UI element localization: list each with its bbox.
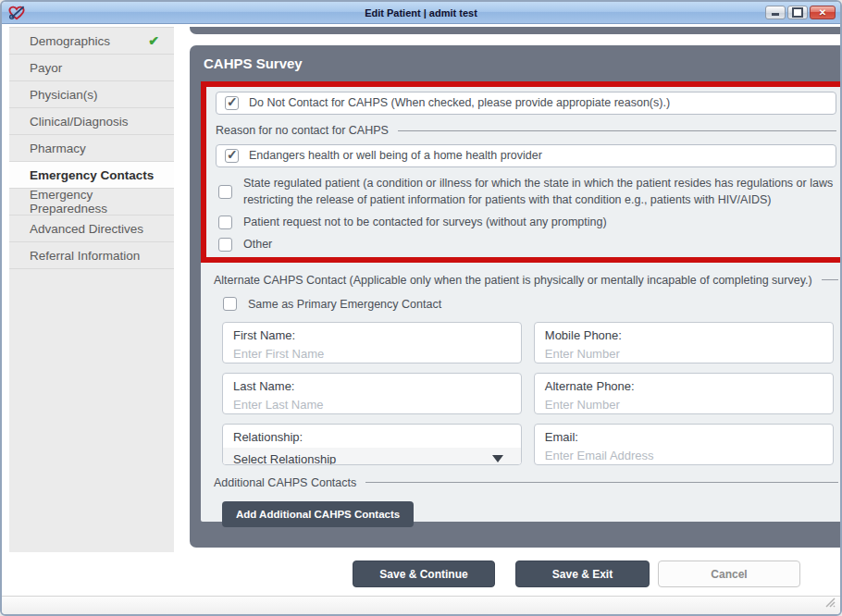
last-name-field: Last Name: (222, 373, 522, 414)
alternate-phone-label: Alternate Phone: (545, 379, 823, 393)
reason-state-regulated-checkbox[interactable] (218, 185, 232, 199)
first-name-label: First Name: (233, 328, 511, 342)
sidebar-item-label: Advanced Directives (30, 222, 143, 236)
same-as-primary-label: Same as Primary Emergency Contact (248, 296, 441, 313)
sidebar-item-label: Emergency Preparedness (30, 188, 174, 216)
reason-other-checkbox[interactable] (218, 238, 232, 252)
sidebar-item-label: Emergency Contacts (30, 168, 154, 182)
relationship-selected-value: Select Relationship (233, 452, 336, 465)
additional-heading-label: Additional CAHPS Contacts (214, 476, 356, 489)
heading-rule (822, 279, 838, 280)
last-name-label: Last Name: (233, 379, 511, 393)
relationship-label: Relationship: (233, 430, 511, 444)
first-name-field: First Name: (222, 322, 522, 363)
reason-state-regulated-row[interactable]: State regulated patient (a condition or … (216, 175, 836, 208)
do-not-contact-label: Do Not Contact for CAHPS (When checked, … (249, 94, 670, 111)
main-area: CAHPS Survey Do Not Contact for CAHPS (W… (174, 24, 840, 552)
reason-patient-request-checkbox[interactable] (218, 216, 232, 229)
sidebar-item-advanced-directives[interactable]: Advanced Directives (9, 216, 174, 242)
email-input[interactable] (545, 449, 823, 462)
resize-grip-icon[interactable] (824, 595, 836, 611)
edit-patient-dialog: Edit Patient | admit test Demographics ✔… (0, 0, 842, 616)
app-logo-heart-icon (6, 4, 29, 22)
sidebar-item-clinical-diagnosis[interactable]: Clinical/Diagnosis (9, 108, 174, 135)
do-not-contact-checkbox-row[interactable]: Do Not Contact for CAHPS (When checked, … (216, 92, 836, 115)
alternate-section-heading: Alternate CAHPS Contact (Applicable only… (214, 274, 838, 287)
sidebar-item-pharmacy[interactable]: Pharmacy (9, 135, 174, 162)
reason-section-heading: Reason for no contact for CAHPS (216, 124, 836, 137)
footer-actions: Save & Continue Save & Exit Cancel (2, 552, 840, 596)
cancel-button[interactable]: Cancel (658, 561, 800, 587)
status-strip (2, 596, 840, 614)
additional-section-heading: Additional CAHPS Contacts (214, 476, 838, 489)
first-name-input[interactable] (233, 347, 511, 361)
add-additional-cahps-contacts-button[interactable]: Add Additional CAHPS Contacts (222, 501, 414, 527)
sidebar-item-referral-information[interactable]: Referral Information (9, 242, 174, 269)
alternate-phone-field: Alternate Phone: (534, 373, 834, 414)
relationship-select[interactable]: Select Relationship (223, 448, 521, 465)
titlebar: Edit Patient | admit test (2, 2, 840, 24)
alternate-heading-label: Alternate CAHPS Contact (Applicable only… (214, 274, 812, 287)
close-button[interactable] (810, 6, 836, 19)
same-as-primary-row[interactable]: Same as Primary Emergency Contact (220, 296, 838, 313)
alternate-phone-input[interactable] (545, 398, 823, 412)
reason-other-label: Other (243, 236, 272, 253)
sidebar-item-label: Pharmacy (30, 142, 86, 155)
chevron-down-icon (492, 455, 503, 462)
maximize-button[interactable] (787, 6, 808, 19)
sidebar-item-label: Payor (30, 61, 62, 75)
sidebar-item-label: Physician(s) (30, 88, 98, 102)
reason-patient-request-label: Patient request not to be contacted for … (243, 214, 607, 230)
heading-rule (398, 130, 836, 131)
mobile-phone-input[interactable] (545, 347, 823, 361)
reason-other-row[interactable]: Other (216, 236, 836, 253)
sidebar-item-emergency-contacts[interactable]: Emergency Contacts (9, 162, 174, 189)
email-label: Email: (545, 430, 823, 444)
same-as-primary-checkbox[interactable] (223, 297, 237, 311)
sidebar-item-emergency-preparedness[interactable]: Emergency Preparedness (9, 189, 174, 216)
save-and-exit-button[interactable]: Save & Exit (515, 561, 650, 587)
reason-patient-request-row[interactable]: Patient request not to be contacted for … (216, 214, 836, 230)
alternate-contact-fields: First Name: Mobile Phone: Last Name: (222, 322, 834, 465)
relationship-field: Relationship: Select Relationship (222, 424, 522, 465)
reason-heading-label: Reason for no contact for CAHPS (216, 124, 389, 137)
sidebar-item-label: Demographics (30, 34, 110, 48)
dialog-body: Demographics ✔ Payor Physician(s) Clinic… (2, 24, 840, 552)
mobile-phone-field: Mobile Phone: (534, 322, 834, 363)
highlight-red-box: Do Not Contact for CAHPS (When checked, … (201, 81, 840, 263)
heading-rule (365, 482, 837, 483)
sidebar-item-payor[interactable]: Payor (9, 55, 174, 81)
mobile-phone-label: Mobile Phone: (545, 328, 823, 342)
reason-endangers-row[interactable]: Endangers health or well being of a home… (216, 144, 836, 167)
panel-title: CAHPS Survey (201, 45, 840, 81)
reason-state-regulated-label: State regulated patient (a condition or … (243, 175, 834, 208)
sidebar-item-label: Referral Information (30, 249, 140, 263)
minimize-button[interactable] (765, 6, 786, 19)
last-name-input[interactable] (233, 398, 511, 412)
sidebar-item-physicians[interactable]: Physician(s) (9, 81, 174, 108)
sidebar-item-label: Clinical/Diagnosis (30, 115, 129, 129)
cahps-survey-panel: CAHPS Survey Do Not Contact for CAHPS (W… (190, 45, 840, 548)
reason-endangers-label: Endangers health or well being of a home… (249, 147, 542, 164)
sidebar-nav: Demographics ✔ Payor Physician(s) Clinic… (9, 27, 174, 552)
save-and-continue-button[interactable]: Save & Continue (353, 561, 495, 587)
previous-panel-bottom-edge (190, 27, 840, 34)
do-not-contact-checkbox[interactable] (225, 96, 239, 110)
cahps-form: Do Not Contact for CAHPS (When checked, … (201, 81, 840, 522)
window-title: Edit Patient | admit test (2, 7, 840, 18)
email-field: Email: (534, 424, 834, 465)
sidebar-item-demographics[interactable]: Demographics ✔ (9, 28, 174, 55)
completed-check-icon: ✔ (148, 33, 159, 48)
reason-endangers-checkbox[interactable] (225, 149, 239, 163)
